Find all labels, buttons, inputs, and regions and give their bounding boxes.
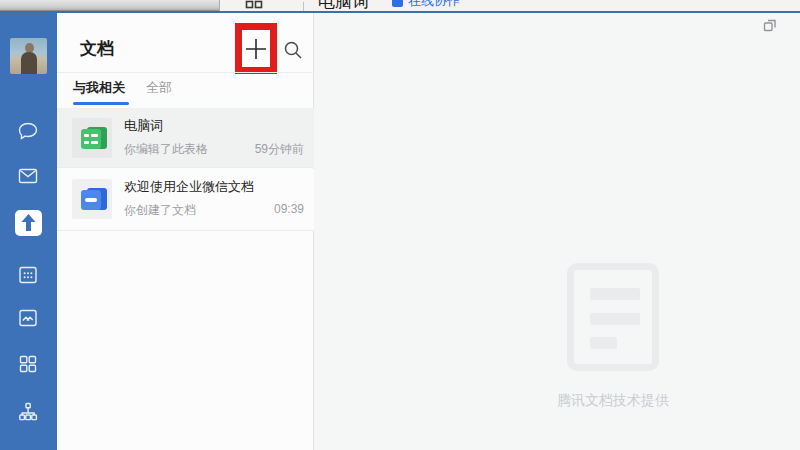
screen: 电脑词 在线协作 — [0, 0, 800, 450]
search-icon — [282, 39, 304, 61]
sheet-front-page — [81, 129, 101, 149]
doc-activity: 你编辑了此表格 — [124, 141, 208, 158]
panel-title: 文档 — [80, 37, 114, 60]
doc-tile — [72, 118, 112, 158]
strip-divider — [303, 2, 304, 11]
doc-tile — [72, 179, 112, 219]
grid-icon — [16, 352, 40, 376]
doc-list-item-sheet[interactable]: 电脑词 你编辑了此表格 59分钟前 — [57, 108, 314, 168]
document-icon — [79, 186, 105, 212]
powered-by-text: 腾讯文档技术提供 — [513, 392, 713, 410]
background-doc-link[interactable]: 在线协作 — [408, 0, 460, 10]
main-empty-area: 腾讯文档技术提供 — [314, 13, 800, 450]
annotation-highlight-box — [235, 23, 277, 74]
sidebar — [0, 13, 57, 450]
doc-title: 电脑词 — [124, 117, 163, 135]
sidebar-item-contacts[interactable] — [16, 400, 40, 424]
header-divider — [57, 72, 314, 73]
doc-time: 59分钟前 — [255, 141, 304, 158]
search-button[interactable] — [282, 39, 304, 61]
tab-related-to-me[interactable]: 与我相关 — [73, 79, 125, 97]
sidebar-item-docs-active[interactable] — [15, 210, 42, 236]
gallery-icon — [16, 306, 40, 330]
org-chart-icon — [16, 400, 40, 424]
doc-badge-icon — [392, 0, 403, 7]
sidebar-item-chats[interactable] — [16, 119, 40, 143]
background-window-strip: 电脑词 在线协作 — [0, 0, 800, 11]
popout-button[interactable] — [760, 15, 780, 35]
app-grid-icon[interactable] — [245, 0, 263, 9]
chat-bubble-icon — [16, 119, 40, 143]
sidebar-item-calendar[interactable] — [16, 263, 40, 287]
avatar-person-body — [21, 52, 37, 74]
tab-all[interactable]: 全部 — [146, 79, 172, 97]
doc-list-item-doc[interactable]: 欢迎使用企业微信文档 你创建了文档 09:39 — [57, 169, 314, 231]
doc-title: 欢迎使用企业微信文档 — [124, 178, 254, 196]
background-doc-title[interactable]: 电脑词 — [318, 0, 369, 11]
active-tab-underline — [73, 102, 129, 105]
docs-arrow-icon — [20, 213, 37, 232]
sidebar-item-workbench[interactable] — [16, 352, 40, 376]
avatar[interactable] — [10, 38, 47, 74]
calendar-icon — [16, 263, 40, 287]
doc-front-page — [81, 190, 101, 210]
docs-panel: 文档 与我相关 全部 — [57, 13, 314, 450]
background-window-tabbar: 电脑词 在线协作 — [219, 0, 800, 11]
popout-windows-icon — [760, 15, 780, 35]
doc-activity: 你创建了文档 — [124, 202, 196, 219]
sidebar-item-drive[interactable] — [16, 306, 40, 330]
spreadsheet-icon — [79, 125, 105, 151]
mail-icon — [16, 164, 40, 188]
doc-time: 09:39 — [274, 202, 304, 216]
sidebar-item-mail[interactable] — [16, 164, 40, 188]
background-window-titlebar — [0, 0, 219, 11]
empty-state-document-icon — [567, 263, 659, 371]
